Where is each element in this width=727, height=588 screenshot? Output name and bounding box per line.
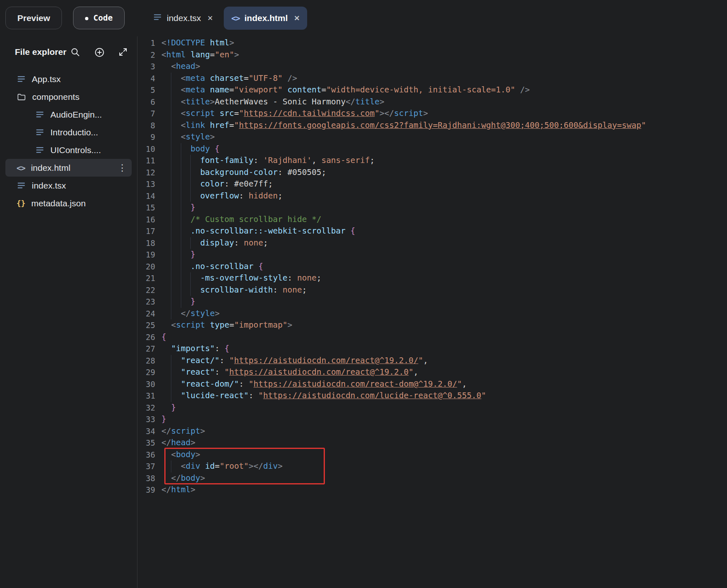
line-content: <meta name="viewport" content="width=dev… <box>161 84 530 96</box>
line-number: 25 <box>138 319 155 331</box>
code-line-4: 4<meta charset="UTF-8" /> <box>138 73 727 85</box>
file-lines-icon <box>17 181 26 190</box>
code-line-39: 39</html> <box>138 484 727 496</box>
file-item-introduction[interactable]: Introductio... <box>0 123 137 141</box>
code-editor[interactable]: 1<!DOCTYPE html>2<html lang="en">3<head>… <box>138 36 727 588</box>
code-line-1: 1<!DOCTYPE html> <box>138 37 727 49</box>
line-number: 2 <box>138 49 155 61</box>
line-content: } <box>161 413 166 425</box>
code-line-8: 8<link href="https://fonts.googleapis.co… <box>138 120 727 132</box>
line-content: /* Custom scrollbar hide */ <box>161 214 321 226</box>
line-content: "lucide-react": "https://aistudiocdn.com… <box>161 390 486 402</box>
code-line-5: 5<meta name="viewport" content="width=de… <box>138 84 727 96</box>
code-line-27: 27"imports": { <box>138 343 727 355</box>
line-number: 17 <box>138 225 155 237</box>
file-item-audioengine[interactable]: AudioEngin... <box>0 106 137 123</box>
line-number: 22 <box>138 284 155 296</box>
line-number: 29 <box>138 366 155 378</box>
kebab-menu-icon[interactable]: ⋮ <box>118 163 127 172</box>
line-number: 24 <box>138 308 155 320</box>
code-line-30: 30"react-dom/": "https://aistudiocdn.com… <box>138 378 727 390</box>
line-number: 27 <box>138 343 155 355</box>
line-number: 39 <box>138 484 155 496</box>
tab-index-html[interactable]: <>index.html✕ <box>224 7 307 30</box>
code-line-17: 17.no-scrollbar::-webkit-scrollbar { <box>138 225 727 237</box>
line-number: 33 <box>138 413 155 425</box>
line-content: <script type="importmap"> <box>161 319 292 331</box>
file-lines-icon <box>35 128 45 137</box>
line-content: .no-scrollbar::-webkit-scrollbar { <box>161 225 355 237</box>
file-label: index.html <box>31 163 71 173</box>
line-number: 14 <box>138 190 155 202</box>
collapse-panel-icon[interactable] <box>118 47 128 57</box>
line-content: body { <box>161 143 220 155</box>
line-number: 19 <box>138 249 155 261</box>
add-file-icon[interactable] <box>94 47 105 58</box>
line-number: 4 <box>138 73 155 85</box>
line-content: <link href="https://fonts.googleapis.com… <box>161 120 646 132</box>
file-lines-icon <box>17 74 26 84</box>
line-content: .no-scrollbar { <box>161 261 263 273</box>
file-item-metadata-json[interactable]: {}metadata.json <box>0 194 137 212</box>
line-number: 12 <box>138 167 155 179</box>
line-content: "react-dom/": "https://aistudiocdn.com/r… <box>161 378 467 390</box>
tab-index-tsx[interactable]: index.tsx✕ <box>145 7 220 30</box>
code-line-13: 13color: #e0e7ff; <box>138 178 727 190</box>
line-content: <title>AetherWaves - Sonic Harmony</titl… <box>161 96 384 108</box>
code-line-35: 35</head> <box>138 437 727 449</box>
code-button-label: Code <box>93 12 113 24</box>
line-number: 28 <box>138 355 155 367</box>
code-lines: 1<!DOCTYPE html>2<html lang="en">3<head>… <box>138 36 727 496</box>
close-tab-icon[interactable]: ✕ <box>206 14 213 23</box>
line-content: } <box>161 202 195 214</box>
active-dot-icon <box>85 17 88 20</box>
line-number: 20 <box>138 261 155 273</box>
line-number: 10 <box>138 143 155 155</box>
code-button[interactable]: Code <box>73 7 125 29</box>
folder-icon <box>17 92 26 102</box>
line-number: 26 <box>138 331 155 343</box>
file-item-index-html[interactable]: <>index.html⋮ <box>5 159 132 177</box>
close-tab-icon[interactable]: ✕ <box>292 14 300 23</box>
code-line-19: 19} <box>138 249 727 261</box>
line-content: </html> <box>161 484 195 496</box>
preview-button[interactable]: Preview <box>5 7 62 29</box>
line-number: 21 <box>138 272 155 284</box>
code-line-3: 3<head> <box>138 61 727 73</box>
code-line-33: 33} <box>138 413 727 425</box>
file-label: index.tsx <box>32 181 66 191</box>
file-item-index-tsx[interactable]: index.tsx <box>0 177 137 194</box>
search-icon[interactable] <box>70 47 80 57</box>
code-line-26: 26{ <box>138 331 727 343</box>
line-content: -ms-overflow-style: none; <box>161 272 321 284</box>
line-content: } <box>161 402 176 414</box>
file-label: AudioEngin... <box>50 110 102 120</box>
code-line-37: 37<div id="root"></div> <box>138 460 727 472</box>
code-line-36: 36<body> <box>138 449 727 461</box>
line-number: 15 <box>138 202 155 214</box>
file-lines-icon <box>35 145 45 155</box>
code-line-21: 21-ms-overflow-style: none; <box>138 272 727 284</box>
code-line-28: 28"react/": "https://aistudiocdn.com/rea… <box>138 355 727 367</box>
line-number: 6 <box>138 96 155 108</box>
line-content: <!DOCTYPE html> <box>161 37 234 49</box>
file-item-app-tsx[interactable]: App.tsx <box>0 70 137 88</box>
file-label: App.tsx <box>32 74 61 84</box>
line-content: color: #e0e7ff; <box>161 178 273 190</box>
line-number: 8 <box>138 120 155 132</box>
line-number: 35 <box>138 437 155 449</box>
code-line-34: 34</script> <box>138 425 727 437</box>
file-label: UIControls.... <box>50 145 101 155</box>
line-content: <div id="root"></div> <box>161 460 283 472</box>
file-item-components[interactable]: components <box>0 88 137 106</box>
file-label: metadata.json <box>31 198 86 208</box>
sidebar: File explorer App.tsxcomponentsAudioEngi… <box>0 36 137 588</box>
line-content: { <box>161 331 166 343</box>
line-number: 32 <box>138 402 155 414</box>
code-line-9: 9<style> <box>138 131 727 143</box>
file-item-uicontrols[interactable]: UIControls.... <box>0 141 137 159</box>
file-lines-icon <box>153 12 162 24</box>
line-number: 11 <box>138 155 155 167</box>
line-content: <head> <box>161 61 200 73</box>
code-line-12: 12background-color: #050505; <box>138 167 727 179</box>
